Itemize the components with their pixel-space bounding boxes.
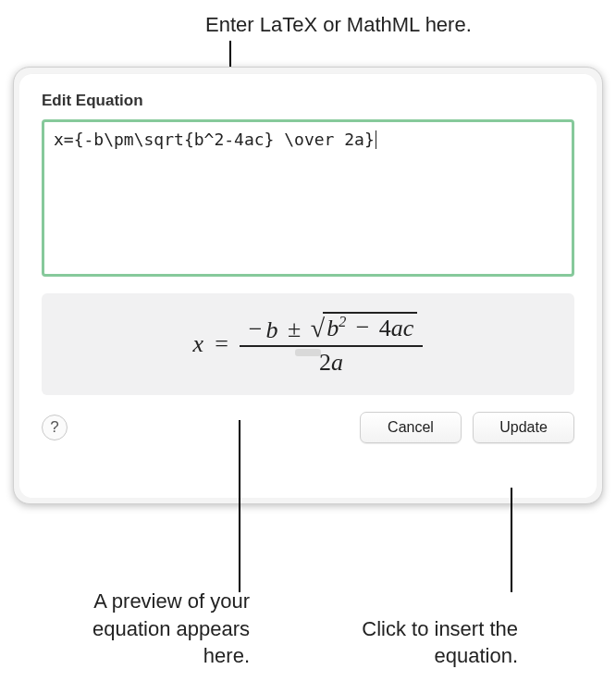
equation-editor-input[interactable]: x={-b\pm\sqrt{b^2-4ac} \over 2a} <box>42 119 574 277</box>
fraction: −b ± √ b2 − 4ac 2a <box>240 312 424 378</box>
annotation-bottom-left: A preview of your equation appears here. <box>55 588 250 670</box>
cancel-button[interactable]: Cancel <box>360 412 462 443</box>
help-button[interactable]: ? <box>42 415 68 440</box>
den-a: a <box>331 349 343 376</box>
annotation-top: Enter LaTeX or MathML here. <box>205 11 472 39</box>
update-button[interactable]: Update <box>473 412 574 443</box>
rendered-equation: x = −b ± √ b2 − 4ac <box>193 312 424 378</box>
minus-sign: − <box>245 316 266 342</box>
dialog-body: Edit Equation x={-b\pm\sqrt{b^2-4ac} \ov… <box>19 73 597 498</box>
equation-preview: x = −b ± √ b2 − 4ac <box>42 293 574 395</box>
leader-line-update <box>511 488 512 592</box>
equation-dialog: Edit Equation x={-b\pm\sqrt{b^2-4ac} \ov… <box>13 67 603 504</box>
num-b: b <box>265 316 277 342</box>
leader-line-preview <box>239 420 240 592</box>
plus-minus-sign: ± <box>284 316 304 342</box>
rad-exp: 2 <box>339 314 346 329</box>
rad-b: b <box>326 314 339 341</box>
editor-content: x={-b\pm\sqrt{b^2-4ac} \over 2a} <box>54 130 375 149</box>
rad-a: a <box>391 314 403 341</box>
radicand: b2 − 4ac <box>323 312 417 342</box>
dialog-title: Edit Equation <box>42 92 574 110</box>
fraction-bar <box>240 345 424 347</box>
rad-c: c <box>403 314 414 341</box>
annotation-bottom-right: Click to insert the equation. <box>333 615 518 670</box>
dialog-button-row: ? Cancel Update <box>42 412 574 443</box>
fraction-numerator: −b ± √ b2 − 4ac <box>240 312 424 344</box>
rad-minus-sign: − <box>352 314 374 341</box>
rad-4: 4 <box>379 314 391 341</box>
text-cursor <box>376 130 376 149</box>
den-2: 2 <box>319 349 331 376</box>
square-root: √ b2 − 4ac <box>311 312 418 342</box>
panel-connector <box>295 349 321 356</box>
equals-sign: = <box>211 330 232 358</box>
lhs-x: x <box>193 330 204 358</box>
